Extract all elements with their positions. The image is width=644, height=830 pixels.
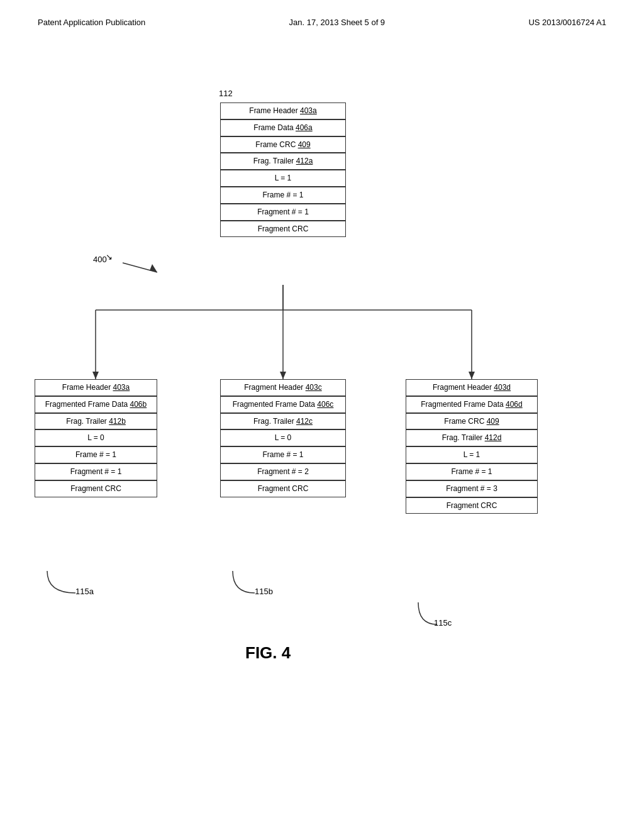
center-row-6: Fragment # = 2 (220, 463, 346, 480)
center-row-5: Frame # = 1 (220, 446, 346, 463)
center-block: Fragment Header 403c Fragmented Frame Da… (220, 379, 346, 497)
diagram-area: 112 400 ↘ Frame Header 403a Frame Data 4… (0, 77, 644, 769)
label-115a: 115a (75, 587, 94, 596)
label-400-arrow: ↘ (106, 252, 113, 262)
top-row-4: Frag. Trailer 412a (220, 153, 346, 170)
header-right: US 2013/0016724 A1 (528, 18, 606, 27)
top-row-5: L = 1 (220, 170, 346, 187)
left-row-2: Fragmented Frame Data 406b (35, 396, 157, 413)
left-row-4: L = 0 (35, 429, 157, 446)
right-row-7: Fragment # = 3 (406, 480, 538, 497)
label-400: 400 (93, 255, 107, 264)
svg-line-9 (123, 263, 157, 272)
right-row-1: Fragment Header 403d (406, 379, 538, 396)
top-row-3: Frame CRC 409 (220, 136, 346, 153)
right-block: Fragment Header 403d Fragmented Frame Da… (406, 379, 538, 514)
right-row-3: Frame CRC 409 (406, 413, 538, 430)
svg-marker-3 (92, 372, 99, 379)
top-row-8: Fragment CRC (220, 221, 346, 238)
right-row-6: Frame # = 1 (406, 463, 538, 480)
right-row-5: L = 1 (406, 446, 538, 463)
left-row-1: Frame Header 403a (35, 379, 157, 396)
left-row-6: Fragment # = 1 (35, 463, 157, 480)
center-row-1: Fragment Header 403c (220, 379, 346, 396)
center-row-2: Fragmented Frame Data 406c (220, 396, 346, 413)
header-center: Jan. 17, 2013 Sheet 5 of 9 (289, 18, 386, 27)
center-row-3: Frag. Trailer 412c (220, 413, 346, 430)
center-row-7: Fragment CRC (220, 480, 346, 497)
top-block: Frame Header 403a Frame Data 406a Frame … (220, 102, 346, 237)
top-row-6: Frame # = 1 (220, 187, 346, 204)
fig-caption: FIG. 4 (245, 643, 291, 663)
top-row-2: Frame Data 406a (220, 119, 346, 136)
label-115c: 115c (434, 618, 452, 628)
label-115b: 115b (255, 587, 273, 596)
right-row-8: Fragment CRC (406, 497, 538, 514)
header-left: Patent Application Publication (38, 18, 145, 27)
left-row-5: Frame # = 1 (35, 446, 157, 463)
center-row-4: L = 0 (220, 429, 346, 446)
left-row-7: Fragment CRC (35, 480, 157, 497)
left-row-3: Frag. Trailer 412b (35, 413, 157, 430)
top-row-1: Frame Header 403a (220, 102, 346, 119)
svg-marker-8 (469, 372, 475, 379)
svg-marker-5 (280, 372, 286, 379)
right-row-2: Fragmented Frame Data 406d (406, 396, 538, 413)
left-block: Frame Header 403a Fragmented Frame Data … (35, 379, 157, 497)
label-112: 112 (219, 89, 233, 98)
svg-marker-10 (150, 264, 157, 272)
page-header: Patent Application Publication Jan. 17, … (0, 0, 644, 27)
right-row-4: Frag. Trailer 412d (406, 429, 538, 446)
top-row-7: Fragment # = 1 (220, 204, 346, 221)
